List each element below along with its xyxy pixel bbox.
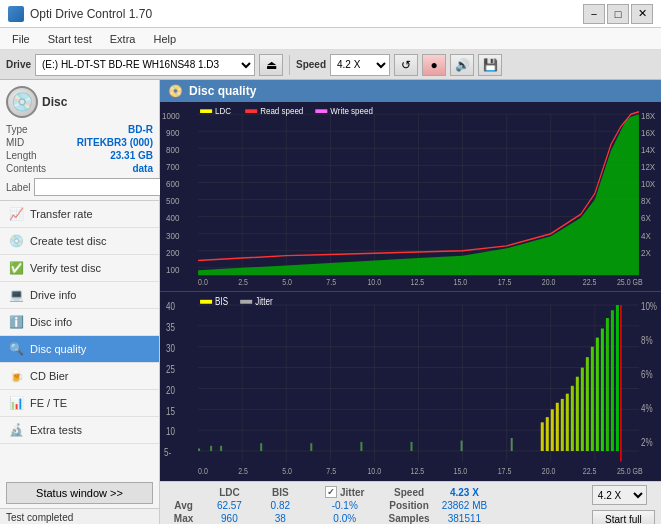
status-row: Test completed: [6, 512, 153, 523]
svg-rect-116: [210, 446, 212, 451]
svg-rect-107: [581, 368, 584, 451]
speed-dropdown[interactable]: 4.2 X: [592, 485, 647, 505]
title-bar: Opti Drive Control 1.70 − □ ✕: [0, 0, 661, 28]
app-icon: [8, 6, 24, 22]
disc-mid-row: MID RITEKBR3 (000): [6, 137, 153, 148]
svg-text:25.0 GB: 25.0 GB: [617, 467, 643, 477]
disc-contents-row: Contents data: [6, 163, 153, 174]
mid-label: MID: [6, 137, 24, 148]
svg-rect-51: [200, 109, 212, 113]
close-button[interactable]: ✕: [631, 4, 653, 24]
svg-text:0.0: 0.0: [198, 467, 208, 477]
svg-rect-101: [551, 409, 554, 451]
svg-rect-55: [315, 109, 327, 113]
svg-rect-109: [591, 347, 594, 451]
svg-text:1000: 1000: [162, 110, 180, 121]
svg-text:35: 35: [166, 322, 175, 333]
menu-extra[interactable]: Extra: [102, 31, 144, 47]
svg-text:0.0: 0.0: [198, 277, 208, 287]
left-panel: 💿 Disc Type BD-R MID RITEKBR3 (000) Leng…: [0, 80, 160, 524]
disc-section-title: Disc: [42, 95, 67, 109]
menu-start-test[interactable]: Start test: [40, 31, 100, 47]
svg-text:25: 25: [166, 364, 175, 375]
svg-rect-106: [576, 377, 579, 451]
avg-ldc: 62.57: [201, 499, 258, 512]
max-bis: 38: [258, 512, 303, 524]
svg-text:10%: 10%: [641, 301, 657, 312]
svg-text:BIS: BIS: [215, 296, 228, 307]
sidebar-item-drive-info[interactable]: 💻 Drive info: [0, 282, 159, 309]
svg-rect-122: [461, 441, 463, 451]
samples-value: 381511: [436, 512, 494, 524]
menu-file[interactable]: File: [4, 31, 38, 47]
sidebar-item-extra-tests[interactable]: 🔬 Extra tests: [0, 417, 159, 444]
svg-rect-104: [566, 394, 569, 451]
length-label: Length: [6, 150, 37, 161]
svg-text:10.0: 10.0: [367, 467, 381, 477]
speed-select[interactable]: 4.2 X: [330, 54, 390, 76]
sidebar-item-transfer-rate[interactable]: 📈 Transfer rate: [0, 201, 159, 228]
disc-info-icon: ℹ️: [8, 314, 24, 330]
length-value: 23.31 GB: [110, 150, 153, 161]
svg-text:800: 800: [166, 144, 179, 155]
svg-rect-53: [245, 109, 257, 113]
svg-text:5-: 5-: [164, 447, 171, 458]
max-jitter: 0.0%: [319, 512, 370, 524]
svg-rect-110: [596, 338, 599, 451]
svg-text:7.5: 7.5: [326, 467, 336, 477]
position-value: 23862 MB: [436, 499, 494, 512]
menu-help[interactable]: Help: [145, 31, 184, 47]
svg-rect-100: [546, 417, 549, 451]
svg-text:20: 20: [166, 385, 175, 396]
sidebar-item-create-test-disc[interactable]: 💿 Create test disc: [0, 228, 159, 255]
avg-row-label: Avg: [166, 499, 201, 512]
sidebar-item-label: Disc quality: [30, 343, 86, 355]
sidebar-item-disc-quality[interactable]: 🔍 Disc quality: [0, 336, 159, 363]
speed-btn-3[interactable]: 🔊: [450, 54, 474, 76]
svg-rect-103: [561, 399, 564, 451]
type-value: BD-R: [128, 124, 153, 135]
speed-btn-2[interactable]: ●: [422, 54, 446, 76]
svg-rect-108: [586, 357, 589, 451]
svg-text:4%: 4%: [641, 403, 653, 414]
contents-value: data: [132, 163, 153, 174]
svg-text:10: 10: [166, 426, 175, 437]
svg-text:6X: 6X: [641, 213, 651, 224]
svg-rect-99: [541, 422, 544, 451]
svg-text:100: 100: [166, 264, 179, 275]
speed-btn-1[interactable]: ↺: [394, 54, 418, 76]
drive-select[interactable]: (E:) HL-DT-ST BD-RE WH16NS48 1.D3: [35, 54, 255, 76]
svg-text:17.5: 17.5: [498, 277, 512, 287]
label-input[interactable]: [34, 178, 169, 196]
jitter-checkbox[interactable]: ✓: [325, 486, 337, 498]
svg-text:5.0: 5.0: [282, 467, 292, 477]
mid-value: RITEKBR3 (000): [77, 137, 153, 148]
minimize-button[interactable]: −: [583, 4, 605, 24]
status-window-button[interactable]: Status window >>: [6, 482, 153, 504]
sidebar-item-label: Extra tests: [30, 424, 82, 436]
svg-rect-112: [606, 318, 609, 451]
svg-text:200: 200: [166, 247, 179, 258]
bis-header: BIS: [258, 485, 303, 499]
extra-tests-icon: 🔬: [8, 422, 24, 438]
sidebar-item-label: Verify test disc: [30, 262, 101, 274]
maximize-button[interactable]: □: [607, 4, 629, 24]
svg-text:Read speed: Read speed: [260, 105, 303, 116]
svg-text:500: 500: [166, 196, 179, 207]
sidebar-item-cd-bier[interactable]: 🍺 CD Bier: [0, 363, 159, 390]
svg-text:2X: 2X: [641, 247, 651, 258]
transfer-rate-icon: 📈: [8, 206, 24, 222]
main-toolbar: Drive (E:) HL-DT-ST BD-RE WH16NS48 1.D3 …: [0, 50, 661, 80]
svg-text:30: 30: [166, 343, 175, 354]
start-full-button[interactable]: Start full: [592, 510, 655, 524]
sidebar-item-disc-info[interactable]: ℹ️ Disc info: [0, 309, 159, 336]
sidebar-item-verify-test-disc[interactable]: ✅ Verify test disc: [0, 255, 159, 282]
svg-text:2%: 2%: [641, 437, 653, 448]
speed-btn-4[interactable]: 💾: [478, 54, 502, 76]
svg-text:15.0: 15.0: [454, 277, 468, 287]
eject-button[interactable]: ⏏: [259, 54, 283, 76]
sidebar-item-fe-te[interactable]: 📊 FE / TE: [0, 390, 159, 417]
chart-header-icon: 📀: [168, 84, 183, 98]
status-text: Test completed: [6, 512, 73, 523]
max-row-label: Max: [166, 512, 201, 524]
